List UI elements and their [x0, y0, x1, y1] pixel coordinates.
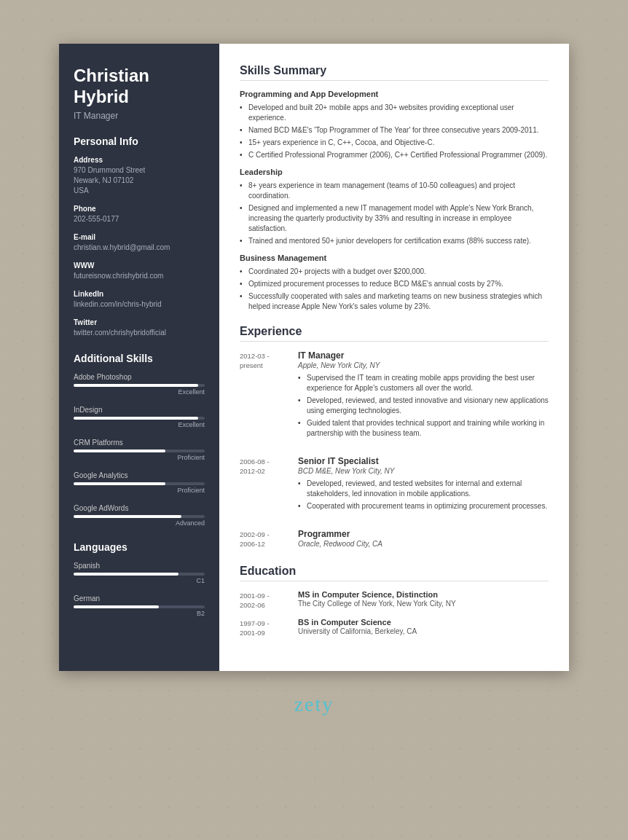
skill-name: CRM Platforms: [74, 439, 205, 447]
experience-bullets: Supervised the IT team in creating mobil…: [298, 373, 549, 439]
skills-subsection: Business ManagementCoordinated 20+ proje…: [240, 254, 549, 312]
language-item: German B2: [74, 594, 205, 617]
left-column: Christian Hybrid IT Manager Personal Inf…: [59, 44, 219, 671]
www-value: futureisnow.chrishybrid.com: [74, 271, 205, 281]
twitter-group: Twitter twitter.com/chrishybridofficial: [74, 318, 205, 338]
email-label: E-mail: [74, 233, 205, 241]
education-dates: 2001-09 -2002-06: [240, 590, 298, 611]
resume: Christian Hybrid IT Manager Personal Inf…: [59, 44, 569, 671]
zety-brand: zety: [294, 693, 334, 716]
list-item: 8+ years experience in team management (…: [240, 181, 549, 201]
education-content-block: BS in Computer ScienceUniversity of Cali…: [298, 618, 549, 638]
experience-content: 2012-03 -presentIT ManagerApple, New Yor…: [240, 350, 549, 552]
twitter-value: twitter.com/chrishybridofficial: [74, 328, 205, 338]
skill-bar-fill: [74, 417, 198, 420]
experience-entry: 2012-03 -presentIT ManagerApple, New Yor…: [240, 350, 549, 446]
experience-dates: 2002-09 -2006-12: [240, 529, 298, 552]
skills-subsection: Programming and App DevelopmentDeveloped…: [240, 90, 549, 160]
linkedin-value: linkedin.com/in/chris-hybrid: [74, 299, 205, 310]
right-column: Skills Summary Programming and App Devel…: [219, 44, 569, 671]
subsection-title: Business Management: [240, 254, 549, 262]
language-bar-bg: [74, 573, 205, 576]
skill-bar-fill: [74, 450, 165, 452]
email-value: christian.w.hybrid@gmail.com: [74, 243, 205, 253]
skill-bar-bg: [74, 417, 205, 420]
language-level: B2: [74, 610, 205, 617]
experience-dates: 2012-03 -present: [240, 350, 298, 446]
list-item: Named BCD M&E's 'Top Programmer of The Y…: [240, 125, 549, 136]
experience-entry: 2002-09 -2006-12ProgrammerOracle, Redwoo…: [240, 529, 549, 552]
education-entry: 1997-09 -2001-09BS in Computer ScienceUn…: [240, 618, 549, 638]
language-name: German: [74, 594, 205, 602]
list-item: Successfully cooperated with sales and m…: [240, 291, 549, 312]
skill-bar-bg: [74, 450, 205, 452]
language-bar-fill: [74, 573, 178, 576]
list-item: Cooperated with procurement teams in opt…: [298, 501, 549, 511]
phone-group: Phone 202-555-0177: [74, 205, 205, 224]
address-group: Address 970 Drummond StreetNewark, NJ 07…: [74, 156, 205, 196]
education-school: The City College of New York, New York C…: [298, 600, 549, 608]
skill-name: Adobe Photoshop: [74, 373, 205, 381]
language-bar-bg: [74, 605, 205, 608]
skill-item: Adobe Photoshop Excellent: [74, 373, 205, 396]
education-school: University of California, Berkeley, CA: [298, 627, 549, 635]
experience-job-title: IT Manager: [298, 350, 549, 361]
skill-bar-fill: [74, 515, 181, 518]
last-name: Hybrid: [74, 87, 129, 106]
skill-bar-bg: [74, 384, 205, 387]
skill-level: Advanced: [74, 519, 205, 527]
personal-info-header: Personal Info: [74, 136, 205, 147]
list-item: Designed and implemented a new IT manage…: [240, 203, 549, 234]
skill-level: Excellent: [74, 421, 205, 428]
experience-title: Experience: [240, 325, 549, 342]
language-item: Spanish C1: [74, 562, 205, 584]
skills-list: Adobe Photoshop Excellent InDesign Excel…: [74, 373, 205, 527]
address-label: Address: [74, 156, 205, 164]
skill-item: Google Analytics Proficient: [74, 471, 205, 494]
skill-level: Proficient: [74, 487, 205, 494]
skills-summary-section: Skills Summary Programming and App Devel…: [240, 64, 549, 312]
skill-name: Google Analytics: [74, 471, 205, 479]
language-bar-fill: [74, 605, 159, 608]
list-item: 15+ years experience in C, C++, Cocoa, a…: [240, 138, 549, 148]
list-item: Coordinated 20+ projects with a budget o…: [240, 267, 549, 277]
skill-item: Google AdWords Advanced: [74, 504, 205, 527]
skill-name: Google AdWords: [74, 504, 205, 512]
list-item: Developed, reviewed, and tested innovati…: [298, 396, 549, 416]
list-item: C Certified Professional Programmer (200…: [240, 150, 549, 160]
skill-level: Proficient: [74, 454, 205, 461]
full-name: Christian Hybrid: [74, 66, 205, 108]
skill-item: InDesign Excellent: [74, 406, 205, 428]
experience-entry: 2006-08 -2012-02Senior IT SpecialistBCD …: [240, 456, 549, 519]
skill-level: Excellent: [74, 388, 205, 396]
www-label: WWW: [74, 262, 205, 270]
skill-bar-fill: [74, 384, 198, 387]
list-item: Guided talent that provides technical su…: [298, 418, 549, 439]
education-title: Education: [240, 565, 549, 581]
subsection-title: Leadership: [240, 168, 549, 176]
first-name: Christian: [74, 66, 149, 85]
experience-bullets: Developed, reviewed, and tested websites…: [298, 479, 549, 511]
bullet-list: Coordinated 20+ projects with a budget o…: [240, 267, 549, 312]
skills-subsection: Leadership8+ years experience in team ma…: [240, 168, 549, 246]
languages-list: Spanish C1 German B2: [74, 562, 205, 617]
subsection-title: Programming and App Development: [240, 90, 549, 98]
address-value: 970 Drummond StreetNewark, NJ 07102USA: [74, 165, 205, 196]
twitter-label: Twitter: [74, 318, 205, 326]
list-item: Developed and built 20+ mobile apps and …: [240, 103, 549, 123]
linkedin-group: LinkedIn linkedin.com/in/chris-hybrid: [74, 290, 205, 310]
education-content: 2001-09 -2002-06MS in Computer Science, …: [240, 590, 549, 637]
www-group: WWW futureisnow.chrishybrid.com: [74, 262, 205, 281]
name-title-block: Christian Hybrid IT Manager: [74, 66, 205, 121]
education-dates: 1997-09 -2001-09: [240, 618, 298, 638]
list-item: Supervised the IT team in creating mobil…: [298, 373, 549, 393]
skill-bar-bg: [74, 515, 205, 518]
education-content-block: MS in Computer Science, DistinctionThe C…: [298, 590, 549, 611]
education-degree: BS in Computer Science: [298, 618, 549, 627]
experience-content-block: ProgrammerOracle, Redwood City, CA: [298, 529, 549, 552]
skill-name: InDesign: [74, 406, 205, 414]
skill-bar-bg: [74, 482, 205, 485]
experience-job-title: Senior IT Specialist: [298, 456, 549, 466]
skills-summary-title: Skills Summary: [240, 64, 549, 81]
education-degree: MS in Computer Science, Distinction: [298, 590, 549, 599]
